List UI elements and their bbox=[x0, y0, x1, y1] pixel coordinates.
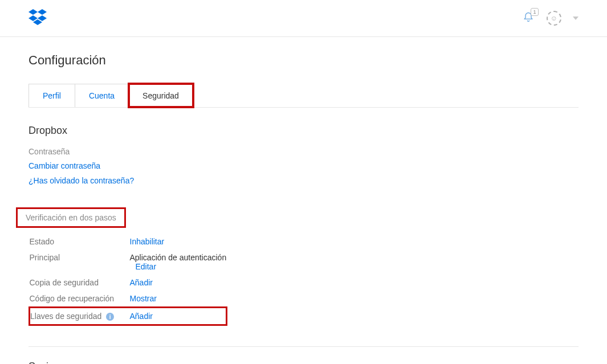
backup-add-link[interactable]: Añadir bbox=[130, 278, 153, 287]
account-menu[interactable]: ☺ bbox=[547, 11, 579, 26]
section-sessions-heading: Sesiones bbox=[28, 361, 579, 364]
two-step-settings: Estado Inhabilitar Principal Aplicación … bbox=[28, 234, 227, 326]
divider bbox=[28, 346, 579, 347]
dropbox-icon bbox=[28, 8, 47, 26]
svg-marker-0 bbox=[28, 9, 38, 15]
page-title: Configuración bbox=[28, 53, 579, 68]
info-icon[interactable]: i bbox=[106, 313, 114, 321]
notifications-button[interactable]: 1 bbox=[523, 11, 534, 25]
svg-marker-1 bbox=[38, 9, 47, 15]
forgot-password-link[interactable]: ¿Has olvidado la contraseña? bbox=[28, 176, 134, 185]
primary-label: Principal bbox=[30, 250, 130, 275]
password-label: Contraseña bbox=[28, 147, 579, 156]
primary-edit-link[interactable]: Editar bbox=[136, 262, 157, 271]
svg-marker-3 bbox=[38, 15, 47, 21]
smile-icon: ☺ bbox=[551, 15, 557, 22]
svg-marker-4 bbox=[33, 19, 42, 25]
section-dropbox-heading: Dropbox bbox=[28, 125, 579, 137]
tab-account[interactable]: Cuenta bbox=[75, 84, 129, 107]
notification-count-badge: 1 bbox=[531, 8, 539, 16]
tab-profile[interactable]: Perfil bbox=[28, 84, 75, 107]
chevron-down-icon bbox=[573, 17, 579, 20]
recovery-label: Código de recuperación bbox=[30, 291, 130, 308]
svg-marker-2 bbox=[28, 15, 38, 21]
status-disable-link[interactable]: Inhabilitar bbox=[130, 237, 165, 246]
two-step-heading: Verificación en dos pasos bbox=[26, 213, 116, 222]
status-label: Estado bbox=[30, 234, 130, 250]
security-keys-label: Llaves de seguridad i bbox=[30, 308, 130, 325]
settings-tabs: Perfil Cuenta Seguridad bbox=[28, 84, 579, 108]
primary-value: Aplicación de autenticación bbox=[130, 253, 227, 262]
dropbox-logo[interactable] bbox=[28, 8, 47, 28]
change-password-link[interactable]: Cambiar contraseña bbox=[28, 161, 100, 170]
security-keys-add-link[interactable]: Añadir bbox=[130, 312, 153, 321]
recovery-show-link[interactable]: Mostrar bbox=[130, 294, 157, 303]
backup-label: Copia de seguridad bbox=[30, 275, 130, 291]
tab-security[interactable]: Seguridad bbox=[129, 84, 193, 107]
avatar: ☺ bbox=[547, 11, 561, 26]
